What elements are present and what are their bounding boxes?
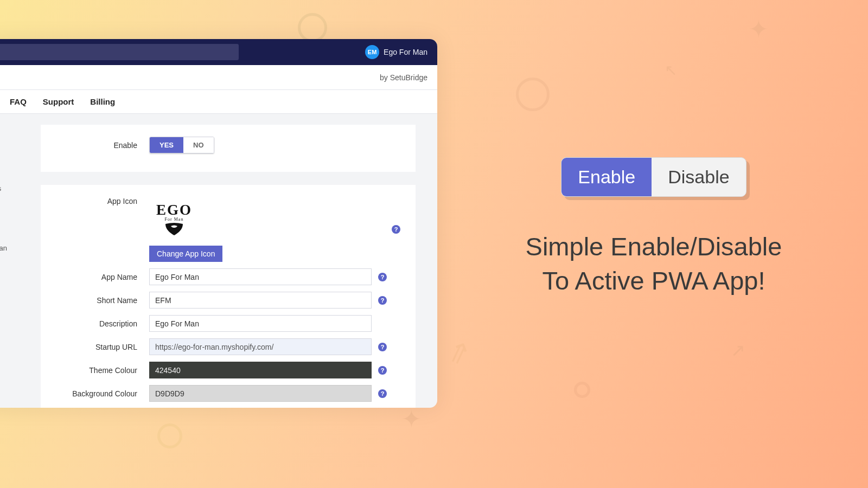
enable-card: Enable YES NO bbox=[41, 125, 416, 172]
help-icon[interactable]: ? bbox=[378, 343, 387, 351]
change-app-icon-button[interactable]: Change App Icon bbox=[149, 246, 222, 262]
help-icon[interactable]: ? bbox=[378, 273, 387, 281]
sparkle-icon: ✦ bbox=[749, 15, 769, 43]
search-input[interactable] bbox=[0, 44, 239, 60]
background-colour-input[interactable] bbox=[149, 385, 372, 402]
short-name-label: Short Name bbox=[56, 296, 149, 305]
settings-card: App Icon EGO For Man Change App Icon bbox=[41, 185, 416, 408]
tab-billing[interactable]: Billing bbox=[90, 97, 115, 106]
cursor-icon: ↖ bbox=[665, 61, 677, 79]
app-name-label: App Name bbox=[56, 273, 149, 281]
side-hint: y can en, bbox=[0, 243, 7, 264]
beard-icon bbox=[163, 223, 185, 236]
side-hint: e is bbox=[0, 183, 1, 194]
app-icon-text: EGO bbox=[156, 202, 192, 219]
marketing-enable-pill: Enable bbox=[561, 158, 652, 196]
app-window: EM Ego For Man by SetuBridge FAQ Support… bbox=[0, 39, 437, 408]
tab-support[interactable]: Support bbox=[43, 97, 74, 106]
background-colour-label: Background Colour bbox=[56, 389, 149, 398]
enable-label: Enable bbox=[56, 141, 149, 150]
theme-colour-input[interactable] bbox=[149, 362, 372, 378]
app-icon-label: App Icon bbox=[56, 197, 149, 206]
marketing-toggle: Enable Disable bbox=[561, 157, 746, 197]
cursor-icon: ↗ bbox=[731, 340, 745, 361]
rocket-icon: ⇗ bbox=[442, 333, 476, 371]
help-icon[interactable]: ? bbox=[378, 389, 387, 398]
bg-ring bbox=[574, 382, 590, 398]
marketing-disable-pill: Disable bbox=[652, 158, 745, 196]
bg-ring bbox=[298, 13, 327, 42]
startup-url-label: Startup URL bbox=[56, 343, 149, 351]
by-line: by SetuBridge bbox=[380, 73, 427, 82]
app-icon-preview: EGO For Man bbox=[149, 197, 199, 240]
headline-line2: To Active PWA App! bbox=[542, 266, 765, 295]
bg-ring bbox=[516, 78, 550, 111]
tabs: FAQ Support Billing bbox=[0, 90, 437, 114]
startup-url-input[interactable] bbox=[149, 338, 372, 355]
description-label: Description bbox=[56, 319, 149, 328]
sparkle-icon: ✦ bbox=[401, 405, 422, 433]
theme-colour-label: Theme Colour bbox=[56, 366, 149, 375]
app-name-input[interactable] bbox=[149, 268, 372, 285]
body-area: e is y can en, Enable YES NO App Icon bbox=[0, 114, 437, 408]
short-name-input[interactable] bbox=[149, 292, 372, 309]
avatar[interactable]: EM bbox=[365, 45, 379, 59]
enable-toggle: YES NO bbox=[149, 137, 214, 153]
help-icon[interactable]: ? bbox=[378, 366, 387, 375]
store-name: Ego For Man bbox=[384, 48, 427, 56]
subheader: by SetuBridge bbox=[0, 65, 437, 90]
headline-line1: Simple Enable/Disable bbox=[526, 232, 782, 261]
bg-ring bbox=[157, 423, 182, 448]
help-icon[interactable]: ? bbox=[378, 296, 387, 305]
marketing-headline: Simple Enable/Disable To Active PWA App! bbox=[472, 229, 835, 298]
marketing-panel: Enable Disable Simple Enable/Disable To … bbox=[472, 157, 835, 298]
description-input[interactable] bbox=[149, 315, 372, 332]
help-icon[interactable]: ? bbox=[392, 225, 400, 234]
tab-faq[interactable]: FAQ bbox=[10, 97, 27, 106]
enable-yes-button[interactable]: YES bbox=[150, 137, 183, 153]
topbar: EM Ego For Man bbox=[0, 39, 437, 65]
enable-no-button[interactable]: NO bbox=[183, 137, 214, 153]
app-icon-subtext: For Man bbox=[165, 217, 184, 222]
